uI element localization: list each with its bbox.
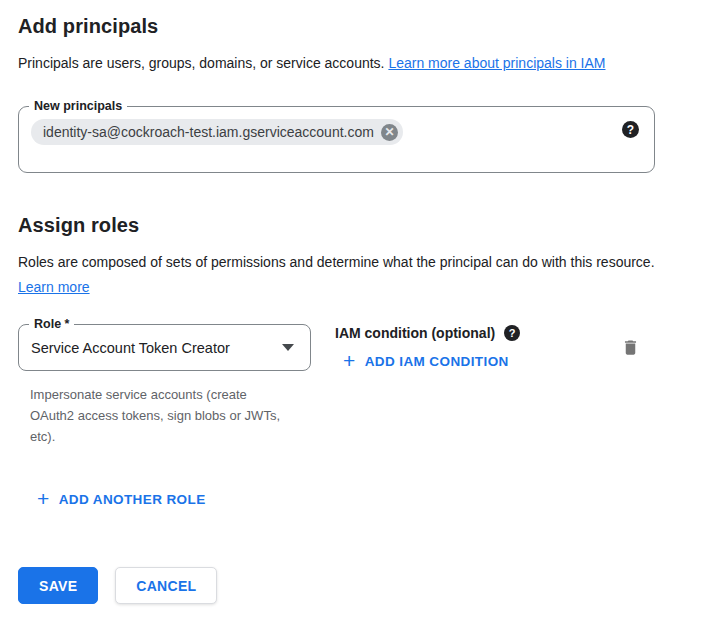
role-select[interactable]: Role * Service Account Token Creator	[18, 324, 311, 371]
delete-role-button[interactable]	[621, 338, 640, 360]
learn-more-principals-link[interactable]: Learn more about principals in IAM	[388, 55, 605, 71]
role-label: Role *	[29, 316, 74, 332]
add-iam-condition-label: ADD IAM CONDITION	[365, 354, 509, 369]
add-another-role-label: ADD ANOTHER ROLE	[59, 492, 206, 507]
add-principals-panel: Add principals Principals are users, gro…	[0, 0, 713, 604]
iam-condition-help-icon[interactable]: ?	[504, 325, 520, 341]
assign-roles-title: Assign roles	[18, 214, 695, 237]
principal-chip: identity-sa@cockroach-test.iam.gservicea…	[31, 119, 403, 145]
iam-condition-column: IAM condition (optional) ? + ADD IAM CON…	[335, 324, 520, 447]
save-button[interactable]: SAVE	[18, 567, 98, 604]
cancel-button[interactable]: CANCEL	[115, 567, 217, 604]
assign-roles-text-body: Roles are composed of sets of permission…	[18, 254, 655, 270]
new-principals-field[interactable]: New principals identity-sa@cockroach-tes…	[18, 106, 655, 173]
role-description: Impersonate service accounts (create OAu…	[30, 384, 286, 447]
chip-remove-icon[interactable]: ✕	[381, 124, 398, 141]
principal-chip-value: identity-sa@cockroach-test.iam.gservicea…	[43, 124, 374, 140]
role-selected-value: Service Account Token Creator	[31, 340, 230, 356]
new-principals-label: New principals	[29, 98, 127, 114]
plus-icon: +	[37, 488, 50, 509]
add-another-role-button[interactable]: + ADD ANOTHER ROLE	[37, 490, 206, 509]
add-iam-condition-button[interactable]: + ADD IAM CONDITION	[343, 352, 509, 371]
delete-role-wrap	[621, 324, 640, 447]
learn-more-roles-link[interactable]: Learn more	[18, 279, 90, 295]
trash-icon	[621, 338, 640, 357]
role-column: Role * Service Account Token Creator Imp…	[18, 324, 311, 447]
page-title: Add principals	[18, 15, 695, 38]
role-row: Role * Service Account Token Creator Imp…	[18, 324, 695, 447]
intro-text-body: Principals are users, groups, domains, o…	[18, 55, 385, 71]
plus-icon: +	[343, 350, 356, 371]
iam-condition-header: IAM condition (optional) ?	[335, 325, 520, 341]
iam-condition-label: IAM condition (optional)	[335, 325, 495, 341]
intro-text: Principals are users, groups, domains, o…	[18, 51, 664, 76]
new-principals-help-icon[interactable]: ?	[622, 121, 639, 138]
dialog-actions: SAVE CANCEL	[18, 567, 695, 604]
assign-roles-text: Roles are composed of sets of permission…	[18, 250, 664, 300]
dropdown-arrow-icon	[282, 344, 294, 351]
